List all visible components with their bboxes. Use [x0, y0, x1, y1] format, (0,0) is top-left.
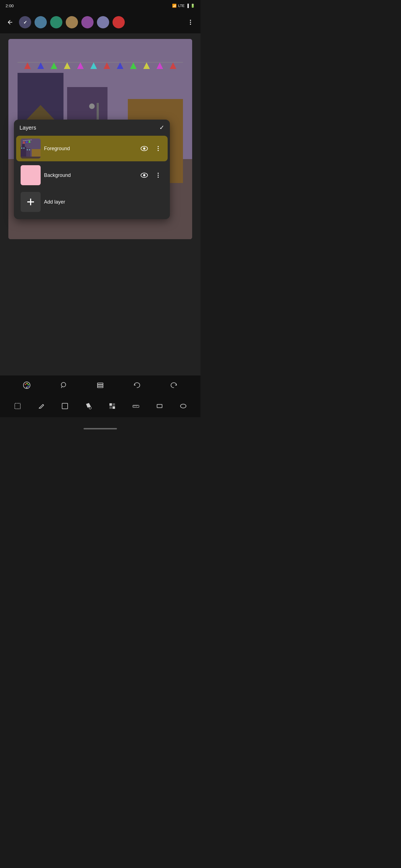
status-time: 2:00 [6, 3, 13, 8]
bucket-fill-button[interactable] [82, 400, 95, 412]
foreground-thumbnail [21, 138, 41, 158]
svg-rect-23 [29, 149, 30, 151]
layers-panel: Layers ✓ [14, 120, 170, 219]
undo-button[interactable] [131, 379, 143, 391]
svg-marker-6 [64, 62, 70, 69]
foreground-layer-name: Foreground [44, 146, 135, 152]
measure-button[interactable] [130, 400, 142, 412]
svg-marker-9 [104, 62, 110, 69]
palette-button[interactable] [21, 379, 33, 391]
svg-point-44 [28, 384, 29, 385]
background-thumbnail-image [21, 165, 41, 185]
more-options-button[interactable] [185, 17, 196, 28]
svg-marker-5 [51, 62, 57, 69]
lte-icon: LTE [178, 4, 184, 8]
svg-point-43 [26, 383, 28, 384]
background-visibility-button[interactable] [139, 169, 150, 181]
background-layer-name: Background [44, 173, 135, 178]
svg-rect-58 [109, 406, 112, 409]
battery-icon: 🔋 [191, 4, 195, 8]
svg-point-42 [25, 384, 26, 385]
svg-point-2 [190, 24, 191, 25]
status-icons: 📶 LTE ▐ 🔋 [172, 4, 195, 8]
svg-rect-20 [21, 147, 22, 149]
svg-point-0 [190, 20, 191, 21]
pixel-fill-button[interactable] [106, 400, 118, 412]
svg-point-36 [157, 173, 159, 174]
svg-rect-52 [15, 403, 20, 409]
svg-rect-17 [22, 144, 25, 147]
svg-rect-50 [97, 384, 103, 386]
svg-rect-22 [27, 149, 28, 151]
selection-tool-button[interactable] [11, 400, 24, 412]
foreground-pixel-art [21, 138, 41, 158]
canvas-area: Foreground bib Layers ✓ [0, 33, 200, 395]
layers-title: Layers [20, 125, 36, 131]
svg-marker-13 [156, 62, 163, 69]
foreground-more-button[interactable] [153, 144, 163, 154]
svg-line-53 [43, 404, 44, 405]
color-swatch-7[interactable] [113, 16, 125, 28]
layers-confirm-button[interactable]: ✓ [159, 124, 164, 131]
svg-point-33 [157, 150, 159, 151]
svg-marker-11 [130, 62, 137, 69]
svg-point-37 [157, 175, 159, 176]
redo-button[interactable] [168, 379, 180, 391]
rect-tool-button[interactable] [153, 400, 166, 412]
svg-rect-59 [113, 406, 115, 409]
bottom-toolbar-1 [0, 375, 200, 395]
svg-point-31 [157, 146, 159, 147]
svg-point-46 [26, 386, 28, 388]
signal-icon: ▐ [186, 4, 189, 8]
foreground-layer[interactable]: Foreground [16, 136, 168, 161]
bunting [18, 59, 183, 76]
bottom-toolbar-2 [0, 395, 200, 417]
svg-marker-12 [143, 62, 150, 69]
svg-point-32 [157, 148, 159, 149]
add-layer-label: Add layer [44, 199, 65, 205]
background-layer[interactable]: Background [16, 162, 168, 188]
layers-button[interactable] [94, 379, 106, 391]
svg-point-55 [89, 407, 91, 409]
svg-line-48 [61, 386, 62, 388]
wifi-icon: 📶 [172, 4, 176, 8]
svg-point-30 [143, 147, 145, 150]
active-swatch-check: ✓ [23, 20, 27, 25]
back-button[interactable] [4, 17, 16, 28]
add-layer-item[interactable]: Add layer [16, 189, 168, 215]
svg-point-35 [143, 174, 145, 176]
svg-marker-3 [24, 62, 31, 69]
svg-rect-54 [62, 403, 68, 409]
svg-marker-8 [90, 62, 97, 69]
lasso-button[interactable] [57, 379, 69, 391]
color-swatch-5[interactable] [81, 16, 93, 28]
color-swatch-4[interactable] [66, 16, 78, 28]
svg-marker-4 [37, 62, 44, 69]
svg-point-47 [61, 382, 66, 387]
oval-tool-button[interactable] [177, 400, 189, 412]
svg-rect-65 [157, 404, 162, 408]
svg-rect-40 [27, 202, 34, 203]
svg-point-66 [180, 404, 186, 408]
svg-marker-10 [117, 62, 123, 69]
svg-rect-57 [113, 403, 115, 406]
svg-point-38 [157, 177, 159, 178]
svg-rect-51 [97, 386, 103, 388]
home-indicator [84, 428, 117, 429]
color-swatch-3[interactable] [50, 16, 62, 28]
svg-rect-21 [23, 147, 25, 149]
color-swatch-6[interactable] [97, 16, 109, 28]
status-bar: 2:00 📶 LTE ▐ 🔋 [0, 0, 200, 11]
foreground-visibility-button[interactable] [139, 143, 150, 154]
color-swatch-2[interactable] [34, 16, 47, 28]
pencil-button[interactable] [35, 400, 47, 412]
svg-point-45 [28, 386, 29, 387]
background-thumbnail [21, 165, 41, 185]
svg-marker-7 [77, 62, 84, 69]
color-swatch-1[interactable]: ✓ [19, 16, 31, 28]
svg-marker-14 [170, 62, 176, 69]
background-more-button[interactable] [153, 170, 163, 180]
add-layer-button[interactable] [21, 192, 41, 212]
svg-rect-56 [109, 403, 112, 406]
outline-fill-button[interactable] [59, 400, 71, 412]
